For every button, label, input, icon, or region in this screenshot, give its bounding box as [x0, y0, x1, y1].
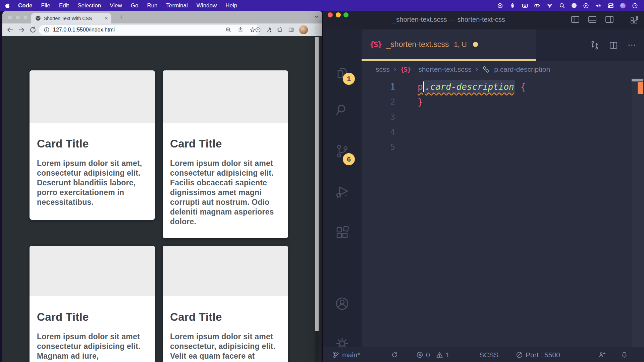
control-center-icon[interactable]: [608, 3, 614, 9]
breadcrumb-file[interactable]: _shorten-text.scss: [414, 65, 471, 73]
reload-button[interactable]: [29, 26, 37, 34]
record-icon[interactable]: [497, 3, 503, 9]
card-image-placeholder: [163, 246, 288, 296]
code-editor[interactable]: 1 p.card-description { 2 } 3 4 5: [362, 78, 644, 347]
menu-view[interactable]: View: [105, 2, 126, 9]
search-icon[interactable]: [335, 103, 350, 117]
play-circle-icon[interactable]: [583, 3, 589, 9]
sync-item[interactable]: [391, 347, 398, 362]
zoom-icon[interactable]: [225, 27, 231, 33]
more-actions-kebab-icon[interactable]: ⋯: [628, 40, 637, 50]
card-title: Card Title: [37, 137, 147, 150]
editor-scrollbar-slider[interactable]: [632, 79, 643, 81]
warnings-icon: [436, 351, 443, 358]
menu-window[interactable]: Window: [192, 2, 221, 9]
notifications-item[interactable]: [621, 347, 628, 362]
site-info-icon[interactable]: [44, 27, 50, 33]
errors-icon: [416, 351, 423, 358]
feedback-person-icon: [599, 351, 606, 358]
explorer-badge: 1: [343, 73, 355, 85]
minimize-window-button[interactable]: [15, 15, 20, 20]
editor-tab-active[interactable]: {S} _shorten-text.scss 1, U: [362, 29, 536, 61]
zoom-window-button[interactable]: [23, 15, 28, 20]
problems-item[interactable]: 0 1: [416, 347, 449, 362]
browser-menu-kebab-icon[interactable]: ⋮: [313, 26, 319, 34]
close-window-button[interactable]: [8, 15, 12, 20]
toggle-panel-icon[interactable]: [588, 15, 597, 24]
new-tab-button[interactable]: +: [116, 12, 126, 22]
tab-git-status: 1, U: [454, 41, 467, 49]
git-branch-item[interactable]: main*: [332, 347, 360, 362]
tab-actions: ⋯: [590, 29, 637, 61]
code-line-3[interactable]: 3: [362, 109, 644, 124]
extensions-puzzle-icon[interactable]: [277, 27, 283, 33]
menu-terminal[interactable]: Terminal: [162, 2, 192, 9]
card: Card Title Lorem ipsum dolor sit amet, c…: [30, 70, 155, 220]
code-line-2[interactable]: 2 }: [362, 94, 644, 109]
menu-file[interactable]: File: [37, 2, 55, 9]
close-window-button[interactable]: [328, 12, 333, 17]
breadcrumb-folder[interactable]: scss: [376, 65, 390, 73]
password-extension-icon[interactable]: [255, 27, 261, 33]
language-mode-item[interactable]: SCSS: [479, 347, 498, 362]
run-debug-icon[interactable]: [335, 184, 350, 199]
profile-avatar[interactable]: [299, 25, 308, 34]
zoom-window-button[interactable]: [343, 12, 348, 17]
code-line-4[interactable]: 4: [362, 124, 644, 139]
chevron-right-icon: ›: [476, 65, 478, 74]
spotlight-icon[interactable]: [559, 3, 565, 9]
menu-run[interactable]: Run: [143, 2, 162, 9]
tab-search-chevron-icon[interactable]: [314, 14, 319, 19]
editor-overview-ruler[interactable]: [632, 78, 644, 347]
breadcrumb-symbol[interactable]: p.card-description: [494, 65, 550, 73]
menu-go[interactable]: Go: [126, 2, 143, 9]
code-tag-token: p: [418, 82, 423, 92]
browser-active-tab[interactable]: Shorten Text With CSS ×: [31, 13, 111, 23]
url-text[interactable]: 127.0.0.1:5500/index.html: [53, 27, 115, 33]
editor-tab-strip: {S} _shorten-text.scss 1, U ⋯: [362, 29, 644, 61]
apple-menu-icon[interactable]: [5, 2, 10, 9]
chevron-right-icon: ›: [394, 65, 396, 74]
menu-selection[interactable]: Selection: [73, 2, 105, 9]
card: Card Title Lorem ipsum dolor sit amet co…: [163, 246, 288, 362]
do-not-disturb-icon[interactable]: [572, 3, 577, 8]
split-editor-icon[interactable]: [609, 41, 618, 50]
card-image-placeholder: [163, 70, 288, 123]
siri-icon[interactable]: [620, 3, 626, 8]
page-scrollbar-thumb[interactable]: [315, 37, 319, 331]
rocket-icon[interactable]: [509, 3, 516, 9]
back-button[interactable]: [6, 26, 14, 34]
code-line-1[interactable]: 1 p.card-description {: [362, 79, 644, 94]
toggle-sidebar-icon[interactable]: [571, 15, 580, 24]
tab-close-icon[interactable]: ×: [105, 15, 108, 21]
share-icon[interactable]: [237, 27, 244, 33]
line-number: 1: [362, 82, 395, 92]
card-image-placeholder: [30, 70, 155, 123]
battery-icon[interactable]: [534, 3, 540, 9]
breadcrumbs: scss › {S} _shorten-text.scss › p.card-d…: [362, 61, 644, 78]
screen-record-icon[interactable]: [522, 3, 528, 9]
code-close-brace: }: [418, 97, 423, 107]
clock-icon[interactable]: [632, 3, 638, 9]
unsaved-dot-icon[interactable]: [473, 42, 478, 47]
warning-marker: [638, 82, 643, 94]
side-panel-icon[interactable]: [288, 27, 294, 33]
page-scrollbar-track[interactable]: [315, 36, 319, 362]
address-bar[interactable]: 127.0.0.1:5500/index.html: [39, 25, 260, 35]
colorpicker-extension-icon[interactable]: [266, 27, 272, 33]
forward-button[interactable]: [18, 26, 25, 34]
volume-icon[interactable]: [595, 3, 601, 9]
extensions-icon[interactable]: [335, 225, 350, 240]
wifi-icon[interactable]: [547, 3, 553, 9]
feedback-item[interactable]: [599, 347, 606, 362]
toggle-secondary-sidebar-icon[interactable]: [605, 15, 614, 24]
minimize-window-button[interactable]: [336, 12, 341, 17]
live-server-item[interactable]: Port : 5500: [516, 347, 560, 362]
menu-edit[interactable]: Edit: [55, 2, 73, 9]
open-changes-icon[interactable]: [590, 41, 599, 50]
menu-help[interactable]: Help: [221, 2, 241, 9]
code-line-5[interactable]: 5: [362, 139, 644, 155]
menu-code[interactable]: Code: [14, 2, 37, 9]
account-icon[interactable]: [335, 296, 350, 311]
customize-layout-icon[interactable]: [630, 15, 639, 24]
